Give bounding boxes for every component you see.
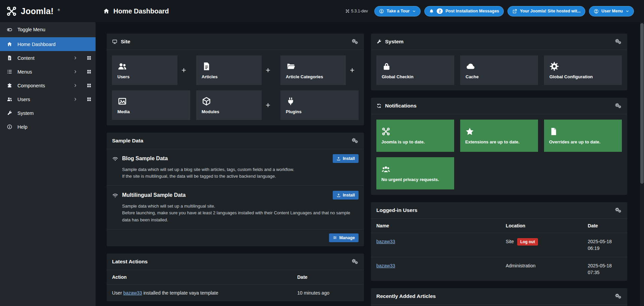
extensions-update-status-tile[interactable]: Extensions are up to date.: [460, 120, 538, 152]
header-actions: 5.3.1-dev Take a Tour 2 Post Installatio…: [345, 6, 644, 16]
hosted-site-button[interactable]: Your Joomla! Site hosted wit...: [507, 6, 585, 16]
description-line: If the site is multilingual, the data wi…: [122, 173, 359, 180]
dashboard-grid-icon[interactable]: [87, 97, 92, 102]
list-icon: [6, 69, 13, 75]
chevron-right-icon: [73, 83, 77, 88]
multilingual-sample-data-item: Multilingual Sample Data Install Sample …: [107, 185, 364, 229]
tile-cell: Articles: [196, 55, 274, 85]
chevron-down-icon: [626, 9, 629, 13]
user-link[interactable]: bazaw33: [376, 263, 395, 268]
lock-icon: [382, 61, 454, 71]
options-gears-icon[interactable]: [352, 138, 359, 144]
sidebar-item-menus[interactable]: Menus: [0, 65, 96, 79]
tile-label: Modules: [202, 109, 262, 114]
user-link[interactable]: bazaw33: [376, 239, 395, 244]
tile-label: Plugins: [286, 109, 359, 114]
add-user-button[interactable]: [177, 55, 190, 85]
tile-plugins[interactable]: Plugins: [280, 90, 359, 120]
sidebar-item-home-dashboard[interactable]: Home Dashboard: [0, 37, 96, 51]
install-multilingual-sample-button[interactable]: Install: [333, 191, 359, 200]
wrench-icon: [6, 110, 13, 116]
manage-row: Manage: [107, 229, 364, 246]
options-gears-icon[interactable]: [615, 207, 622, 213]
dashboard-grid-icon[interactable]: [87, 69, 92, 74]
joomla-logo[interactable]: Joomla! ®: [0, 6, 96, 17]
add-article-button[interactable]: [262, 55, 274, 85]
sidebar-item-label: Home Dashboard: [17, 42, 92, 47]
logout-button[interactable]: Log out: [517, 238, 538, 246]
install-blog-sample-button[interactable]: Install: [333, 154, 359, 163]
description-line: Sample data which will set up a blog sit…: [122, 166, 359, 173]
latest-actions-table: Action Date User bazaw33 installed the t…: [107, 270, 364, 301]
tile-cell: Users: [112, 55, 190, 85]
manage-button[interactable]: Manage: [329, 233, 359, 242]
dashboard-grid-icon[interactable]: [87, 83, 92, 88]
privacy-requests-status-tile[interactable]: No urgent privacy requests.: [376, 157, 454, 189]
post-installation-messages-button[interactable]: 2 Post Installation Messages: [424, 6, 504, 16]
tile-global-checkin[interactable]: Global Checkin: [376, 55, 454, 85]
sidebar-item-system[interactable]: System: [0, 106, 96, 120]
date-cell: 2025-05-18 06:19: [582, 233, 627, 257]
tour-label: Take a Tour: [387, 9, 410, 13]
sidebar-item-users[interactable]: Users: [0, 92, 96, 106]
joomla-update-status-tile[interactable]: Joomla is up to date.: [376, 120, 454, 152]
card-title: System: [385, 39, 611, 45]
star-icon: [465, 127, 534, 136]
user-menu-button[interactable]: User Menu: [589, 6, 634, 16]
location-cell: SiteLog out: [500, 233, 582, 257]
action-cell: User bazaw33 installed the template vaya…: [107, 284, 292, 301]
user-link[interactable]: bazaw33: [123, 290, 142, 296]
options-gears-icon[interactable]: [352, 39, 359, 45]
info-icon: [6, 124, 13, 130]
sidebar-item-content[interactable]: Content: [0, 51, 96, 65]
sliders-icon: [333, 235, 337, 240]
tile-media[interactable]: Media: [112, 90, 190, 120]
add-module-button[interactable]: [262, 90, 274, 120]
chevron-right-icon: [73, 97, 77, 101]
take-a-tour-button[interactable]: Take a Tour: [374, 6, 421, 16]
latest-actions-card: Latest Actions Action Date User bazaw33 …: [107, 254, 364, 301]
sample-data-title: Blog Sample Data: [122, 156, 329, 162]
tour-icon: [379, 9, 384, 14]
sidebar-item-label: System: [17, 111, 92, 116]
add-category-button[interactable]: [346, 55, 359, 85]
sidebar-item-label: Toggle Menu: [17, 27, 92, 32]
page-heading: Home Dashboard: [96, 7, 169, 15]
sidebar: Toggle Menu Home Dashboard Content Menus…: [0, 22, 96, 306]
options-gears-icon[interactable]: [615, 293, 622, 299]
table-row: User bazaw33 installed the template vaya…: [107, 284, 364, 301]
card-title: Latest Actions: [112, 259, 348, 265]
sample-data-card: Sample Data Blog Sample Data Install Sam…: [107, 133, 364, 246]
document-icon: [6, 55, 13, 61]
chevron-right-icon: [73, 70, 77, 74]
folder-open-icon: [286, 61, 346, 71]
document-icon: [202, 61, 262, 71]
tile-cell: Media: [112, 90, 190, 120]
options-gears-icon[interactable]: [352, 259, 359, 265]
sidebar-item-toggle-menu[interactable]: Toggle Menu: [0, 22, 96, 37]
name-cell: bazaw33: [371, 257, 500, 281]
page-scrollbar[interactable]: [640, 22, 644, 306]
tile-article-categories[interactable]: Article Categories: [280, 55, 346, 85]
sidebar-item-components[interactable]: Components: [0, 79, 96, 92]
dashboard-grid-icon[interactable]: [87, 55, 92, 60]
site-card: Site Users Articles: [107, 34, 364, 125]
sidebar-item-label: Components: [17, 83, 69, 88]
tile-articles[interactable]: Articles: [196, 55, 262, 85]
tile-modules[interactable]: Modules: [196, 90, 262, 120]
recently-added-articles-card-header: Recently Added Articles: [371, 288, 627, 305]
tile-cache[interactable]: Cache: [460, 55, 538, 85]
tile-global-configuration[interactable]: Global Configuration: [544, 55, 622, 85]
overrides-update-status-tile[interactable]: Overrides are up to date.: [544, 120, 622, 152]
tile-users[interactable]: Users: [112, 55, 177, 85]
status-label: Joomla is up to date.: [381, 139, 450, 144]
scrollbar-thumb[interactable]: [640, 23, 644, 184]
dashboard-content: Site Users Articles: [96, 22, 644, 306]
sidebar-item-help[interactable]: Help: [0, 120, 96, 134]
joomla-logo-icon: [6, 6, 17, 17]
options-gears-icon[interactable]: [615, 103, 622, 109]
users-icon: [117, 61, 177, 71]
joomla-trademark: ®: [58, 8, 60, 12]
description-line: Sample data which will set up a multilin…: [122, 203, 359, 210]
options-gears-icon[interactable]: [615, 39, 622, 45]
